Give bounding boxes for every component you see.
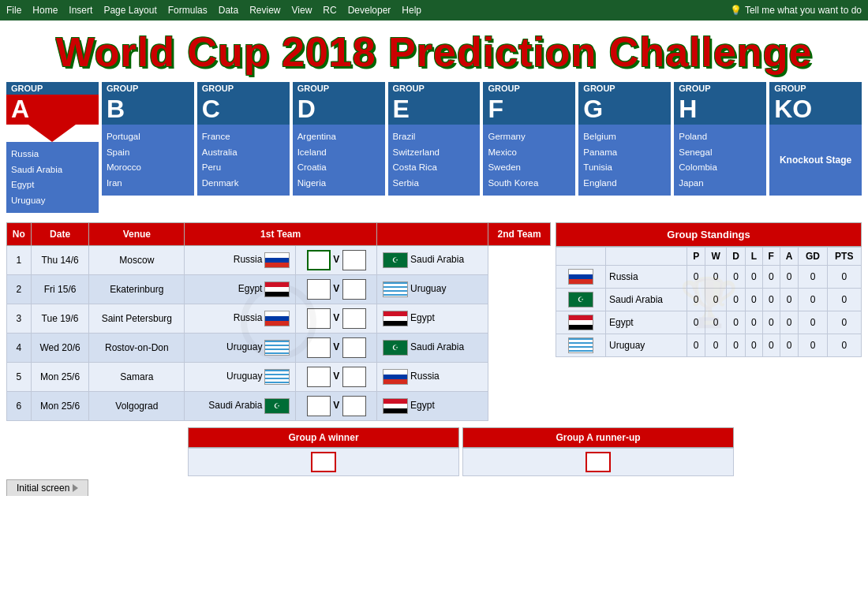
menu-home[interactable]: Home <box>32 5 58 16</box>
flag-saudi-arabia: ☪ <box>264 398 290 414</box>
team2-name: Egypt <box>410 312 435 323</box>
vs-letter: V <box>331 371 342 382</box>
standings-l: 0 <box>745 266 762 289</box>
score-box-1[interactable] <box>307 396 331 416</box>
flag-egypt <box>383 311 408 326</box>
standings-gd: 0 <box>799 266 827 289</box>
match-venue: Samara <box>89 363 185 392</box>
score-box-1[interactable] <box>307 279 331 300</box>
standings-d: 0 <box>727 311 746 334</box>
menu-rc[interactable]: RC <box>323 5 336 16</box>
group-team-name: Iran <box>107 176 189 192</box>
match-date: Thu 14/6 <box>31 246 89 275</box>
score-box-1[interactable] <box>307 250 331 270</box>
flag-russia <box>264 252 290 268</box>
flag-russia <box>264 311 290 326</box>
menu-insert[interactable]: Insert <box>69 5 92 16</box>
match-no: 3 <box>7 304 32 334</box>
standings-col-D: D <box>727 248 746 266</box>
match-scores: V <box>296 392 377 421</box>
team1-name: Saudi Arabia <box>208 400 262 411</box>
match-scores: V <box>296 246 377 275</box>
standings-bg: PWDLFAGDPTS Russia00000000☪Saudi Arabia0… <box>556 247 862 357</box>
standings-row: Russia00000000 <box>556 266 862 289</box>
score-box-2[interactable] <box>342 279 366 300</box>
score-box-1[interactable] <box>307 337 331 358</box>
group-team-name: England <box>583 176 666 192</box>
group-team-name: Spain <box>107 145 189 161</box>
winner-score-input[interactable] <box>311 452 336 472</box>
flag-uruguay <box>264 340 290 356</box>
score-box-1[interactable] <box>307 367 331 387</box>
standings-col-P: P <box>687 248 705 266</box>
menu-developer[interactable]: Developer <box>348 5 391 16</box>
menu-review[interactable]: Review <box>249 5 280 16</box>
runnerup-score-input[interactable] <box>586 452 611 472</box>
group-a-arrow-icon <box>28 125 76 142</box>
score-box-2[interactable] <box>342 337 366 358</box>
menu-page-layout[interactable]: Page Layout <box>103 5 156 16</box>
score-box-2[interactable] <box>342 250 366 270</box>
standings-team-name: Saudi Arabia <box>605 289 687 311</box>
standings-f: 0 <box>762 334 780 357</box>
standings-a: 0 <box>780 266 799 289</box>
standings-team-name: Russia <box>605 266 687 289</box>
standings-row: Egypt00000000 <box>556 311 862 334</box>
match-no: 1 <box>7 246 32 275</box>
group-team-name: Senegal <box>679 145 761 161</box>
menu-data[interactable]: Data <box>219 5 238 16</box>
standings-gd: 0 <box>799 289 827 311</box>
score-box-2[interactable] <box>342 396 366 416</box>
flag-saudi-arabia: ☪ <box>383 340 408 356</box>
tell-me-bar[interactable]: 💡 Tell me what you want to do <box>730 5 862 16</box>
score-box-2[interactable] <box>342 308 366 329</box>
standings-d: 0 <box>727 266 746 289</box>
score-box-1[interactable] <box>307 308 331 329</box>
col-date: Date <box>31 223 89 246</box>
match-team1: Uruguay <box>185 363 296 392</box>
group-label-b: GROUP <box>102 82 194 95</box>
menu-file[interactable]: File <box>6 5 21 16</box>
match-team2: Uruguay <box>377 275 488 304</box>
group-team-name: Uruguay <box>11 193 94 209</box>
main-content: No Date Venue 1st Team 2nd Team 1Thu 14/… <box>0 218 868 426</box>
group-team-name: Panama <box>583 145 666 161</box>
group-team-name: Switzerland <box>393 145 476 161</box>
group-team-name: Germany <box>488 129 571 145</box>
standings-w: 0 <box>705 334 727 357</box>
standings-col-F: F <box>762 248 780 266</box>
bottom-tab-row: Initial screen <box>0 478 868 499</box>
title-bar: World Cup 2018 Prediction Challenge <box>0 20 868 82</box>
schedule-row-6: 6Mon 25/6VolgogradSaudi Arabia☪ V Egypt <box>7 392 551 421</box>
match-team1: Egypt <box>185 275 296 304</box>
standings-row: ☪Saudi Arabia00000000 <box>556 289 862 311</box>
match-team2: Egypt <box>377 392 488 421</box>
initial-screen-tab[interactable]: Initial screen <box>6 479 88 496</box>
group-letter-a: A <box>6 95 99 125</box>
flag-egypt <box>264 281 290 297</box>
menu-formulas[interactable]: Formulas <box>168 5 208 16</box>
team2-name: Saudi Arabia <box>410 254 464 265</box>
group-team-name: Serbia <box>393 176 476 192</box>
menu-view[interactable]: View <box>292 5 312 16</box>
tab-arrow-icon <box>73 484 78 492</box>
col-venue: Venue <box>89 223 185 246</box>
group-label-f: GROUP <box>483 82 575 95</box>
standings-col-PTS: PTS <box>827 248 861 266</box>
schedule-table: No Date Venue 1st Team 2nd Team 1Thu 14/… <box>6 222 551 421</box>
menu-help[interactable]: Help <box>402 5 421 16</box>
group-team-name: Nigeria <box>297 176 380 192</box>
standings-a: 0 <box>780 334 799 357</box>
score-box-2[interactable] <box>342 367 366 387</box>
group-letter-g: G <box>578 95 671 125</box>
standings-w: 0 <box>705 266 727 289</box>
standings-pts: 0 <box>827 334 861 357</box>
group-letter-f: F <box>483 95 575 125</box>
match-date: Mon 25/6 <box>31 392 89 421</box>
group-teams-a: RussiaSaudi ArabiaEgyptUruguay <box>6 142 99 213</box>
vs-letter: V <box>331 312 342 323</box>
team1-name: Russia <box>234 312 263 323</box>
match-scores: V <box>296 334 377 363</box>
group-team-name: Poland <box>679 129 761 145</box>
schedule-row-1: 1Thu 14/6MoscowRussia V ☪Saudi Arabia <box>7 246 551 275</box>
